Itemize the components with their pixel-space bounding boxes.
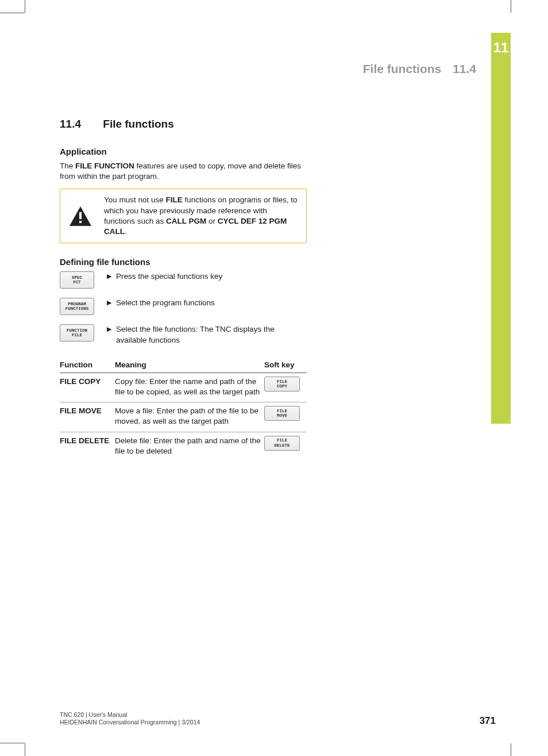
chapter-number: 11 bbox=[493, 40, 509, 55]
th-function: Function bbox=[60, 357, 115, 373]
warning-box: You must not use FILE functions on progr… bbox=[60, 189, 307, 243]
crop-mark bbox=[511, 743, 511, 756]
table-row: FILE DELETE Delete file: Enter the path … bbox=[60, 432, 307, 461]
text-bold: FILE bbox=[166, 195, 183, 204]
text: or bbox=[206, 217, 218, 225]
running-header-section: 11.4 bbox=[453, 62, 476, 75]
steps-list: SPEC FCT ▶ Press the special functions k… bbox=[60, 271, 307, 345]
section-heading: 11.4 File functions bbox=[60, 118, 307, 131]
softkey-file-move: FILE MOVE bbox=[264, 406, 300, 421]
step-item: FUNCTION FILE ▶ Select the file function… bbox=[60, 324, 307, 345]
warning-text: You must not use FILE functions on progr… bbox=[104, 195, 299, 237]
cell-meaning: Delete file: Enter the path and name of … bbox=[115, 432, 264, 461]
section-title: File functions bbox=[103, 118, 174, 130]
chapter-tab: 11 bbox=[491, 33, 511, 424]
th-softkey: Soft key bbox=[264, 357, 307, 373]
text: . bbox=[125, 227, 127, 236]
step-text: Press the special functions key bbox=[116, 271, 222, 282]
step-item: PROGRAM FUNCTIONS ▶ Select the program f… bbox=[60, 298, 307, 315]
step-text: Select the file functions: The TNC displ… bbox=[116, 324, 307, 345]
cell-function: FILE COPY bbox=[60, 373, 115, 402]
cell-function: FILE MOVE bbox=[60, 402, 115, 432]
footer-line2: HEIDENHAIN Conversational Programming | … bbox=[60, 719, 200, 727]
running-header: File functions 11.4 bbox=[363, 62, 476, 76]
application-text: The FILE FUNCTION features are used to c… bbox=[60, 161, 307, 182]
softkey-program-functions: PROGRAM FUNCTIONS bbox=[60, 298, 94, 315]
text-bold: CALL PGM bbox=[166, 217, 206, 225]
table-row: FILE MOVE Move a file: Enter the path of… bbox=[60, 402, 307, 432]
text: You must not use bbox=[104, 195, 166, 204]
cell-function: FILE DELETE bbox=[60, 432, 115, 461]
page: 11 File functions 11.4 11.4 File functio… bbox=[25, 13, 511, 743]
page-number: 371 bbox=[480, 715, 496, 727]
section-number: 11.4 bbox=[60, 118, 100, 131]
cell-meaning: Move a file: Enter the path of the file … bbox=[115, 402, 264, 432]
hardkey-spec-fct: SPEC FCT bbox=[60, 271, 94, 289]
crop-mark bbox=[25, 743, 25, 756]
content: 11.4 File functions Application The FILE… bbox=[60, 118, 307, 461]
crop-mark bbox=[511, 0, 511, 13]
crop-mark bbox=[25, 0, 25, 13]
step-text: Select the program functions bbox=[116, 298, 215, 308]
crop-mark bbox=[0, 743, 25, 743]
softkey-function-file: FUNCTION FILE bbox=[60, 324, 94, 341]
footer-line1: TNC 620 | User's Manual bbox=[60, 711, 200, 719]
subheading-application: Application bbox=[60, 147, 307, 156]
cell-meaning: Copy file: Enter the name and path of th… bbox=[115, 373, 264, 402]
th-meaning: Meaning bbox=[115, 357, 264, 373]
warning-icon bbox=[67, 195, 94, 237]
softkey-file-copy: FILE COPY bbox=[264, 377, 300, 392]
triangle-right-icon: ▶ bbox=[107, 273, 111, 282]
triangle-right-icon: ▶ bbox=[107, 325, 111, 345]
functions-table: Function Meaning Soft key FILE COPY Copy… bbox=[60, 357, 307, 461]
running-header-title: File functions bbox=[363, 62, 442, 75]
crop-mark bbox=[0, 13, 25, 13]
text: The bbox=[60, 162, 75, 170]
triangle-right-icon: ▶ bbox=[107, 299, 111, 308]
step-item: SPEC FCT ▶ Press the special functions k… bbox=[60, 271, 307, 289]
subheading-defining: Defining file functions bbox=[60, 257, 307, 267]
footer: TNC 620 | User's Manual HEIDENHAIN Conve… bbox=[60, 711, 200, 727]
text-bold: FILE FUNCTION bbox=[75, 162, 134, 170]
svg-rect-1 bbox=[79, 212, 82, 219]
table-row: FILE COPY Copy file: Enter the name and … bbox=[60, 373, 307, 402]
softkey-file-delete: FILE DELETE bbox=[264, 436, 300, 451]
svg-rect-2 bbox=[79, 221, 82, 223]
